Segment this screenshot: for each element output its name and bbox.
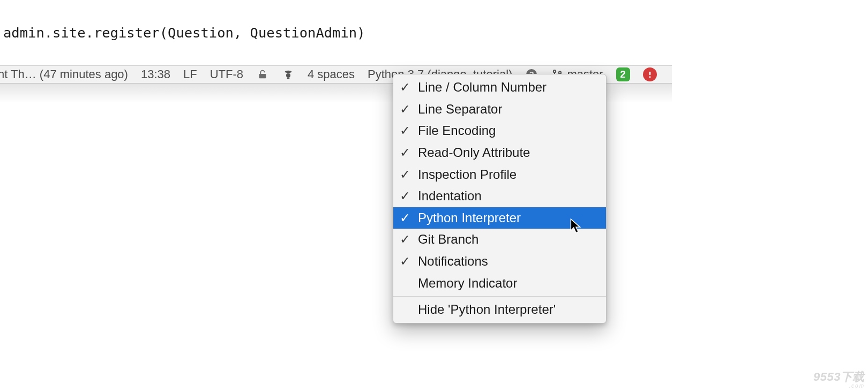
menu-item-label: Inspection Profile [418,167,517,182]
menu-item-label: Line Separator [418,102,502,117]
check-icon: ✓ [399,189,411,203]
check-icon: ✓ [399,210,411,225]
menu-item-label: Git Branch [418,232,478,247]
svg-rect-9 [649,72,650,76]
menu-item-git-branch[interactable]: ✓ Git Branch [393,229,606,251]
watermark: 9553下载 .com [813,369,865,389]
svg-rect-0 [259,74,266,78]
svg-point-1 [285,71,292,73]
check-icon: ✓ [399,254,411,269]
menu-item-label: Python Interpreter [418,210,521,225]
inspector-icon[interactable] [282,68,295,81]
status-line-separator[interactable]: LF [183,67,197,81]
menu-item-label: Hide 'Python Interpreter' [418,302,556,317]
check-icon: ✓ [399,80,411,95]
menu-item-line-separator[interactable]: ✓ Line Separator [393,99,606,120]
watermark-main: 9553下载 [813,370,865,383]
watermark-sub: .com [813,383,865,389]
menu-item-label: Line / Column Number [418,80,547,95]
menu-item-read-only-attribute[interactable]: ✓ Read-Only Attribute [393,142,606,164]
status-cursor-position[interactable]: 13:38 [141,67,170,81]
menu-item-line-column-number[interactable]: ✓ Line / Column Number [393,77,606,99]
menu-item-label: Read-Only Attribute [418,145,530,160]
alert-icon[interactable] [643,67,657,81]
status-vcs-summary[interactable]: ht Th… (47 minutes ago) [0,67,128,81]
status-indent[interactable]: 4 spaces [308,67,355,81]
svg-rect-3 [287,78,290,79]
check-icon: ✓ [399,123,411,138]
menu-item-file-encoding[interactable]: ✓ File Encoding [393,120,606,142]
menu-item-notifications[interactable]: ✓ Notifications [393,251,606,273]
menu-item-python-interpreter[interactable]: ✓ Python Interpreter [393,207,606,229]
editor-area: admin.site.register(Question, QuestionAd… [0,0,672,64]
check-icon: ✓ [399,232,411,247]
svg-point-6 [553,70,556,72]
check-icon: ✓ [399,145,411,160]
menu-item-label: File Encoding [418,123,496,138]
menu-item-hide-current[interactable]: ✓ Hide 'Python Interpreter' [393,299,606,321]
menu-item-inspection-profile[interactable]: ✓ Inspection Profile [393,163,606,185]
menu-item-memory-indicator[interactable]: ✓ Memory Indicator [393,272,606,294]
check-icon: ✓ [399,167,411,182]
menu-separator [393,296,606,297]
status-encoding[interactable]: UTF-8 [210,67,243,81]
menu-item-label: Notifications [418,254,488,269]
check-icon: ✓ [399,102,411,117]
menu-item-label: Indentation [418,189,482,203]
code-line[interactable]: admin.site.register(Question, QuestionAd… [3,25,365,41]
svg-point-10 [649,76,650,78]
menu-item-indentation[interactable]: ✓ Indentation [393,185,606,207]
lock-unlocked-icon[interactable] [256,68,269,81]
menu-item-label: Memory Indicator [418,276,517,291]
svg-point-2 [286,73,290,78]
notification-badge-green[interactable]: 2 [616,67,630,81]
statusbar-context-menu: ✓ Line / Column Number ✓ Line Separator … [393,74,607,323]
